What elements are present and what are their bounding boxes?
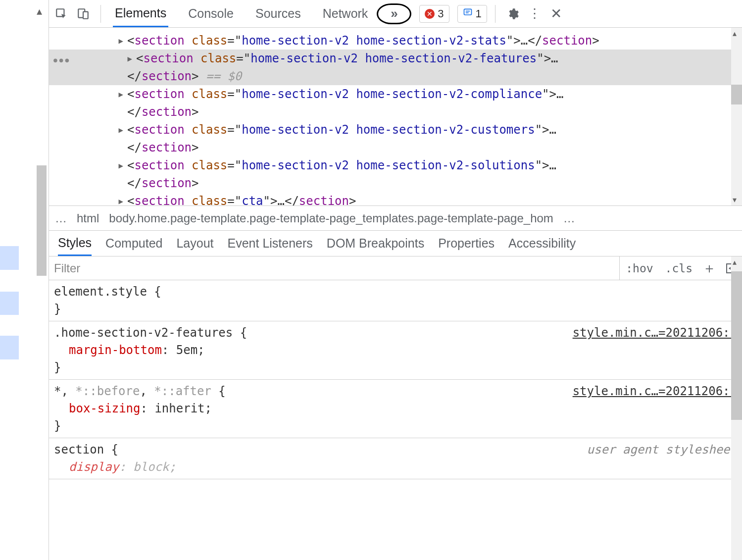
inspect-element-icon[interactable] — [52, 4, 71, 23]
breadcrumb-ellipsis[interactable]: … — [55, 211, 67, 225]
subtab-layout[interactable]: Layout — [176, 231, 213, 256]
dom-tree-line[interactable]: </section> == $0 — [49, 67, 742, 85]
cls-toggle[interactable]: .cls — [659, 256, 698, 280]
page-scrollbar-thumb[interactable] — [37, 165, 47, 276]
styles-rules-list: element.style {}.home-section-v2-feature… — [49, 280, 742, 479]
subtab-computed[interactable]: Computed — [105, 231, 162, 256]
breadcrumb-item[interactable]: html — [77, 211, 99, 225]
svg-rect-3 — [464, 9, 471, 15]
rule-origin-link[interactable]: style.min.c…=20211206:1 — [573, 383, 737, 400]
dom-tree-lines[interactable]: ▸<section class="home-section-v2 home-se… — [49, 28, 742, 206]
rule-origin-link[interactable]: style.min.c…=20211206:1 — [573, 324, 737, 342]
new-style-rule-button[interactable]: ＋ — [698, 256, 720, 280]
styles-panel: :hov .cls ＋ element.style {}.home-sectio… — [49, 256, 742, 560]
more-tabs-button[interactable]: » — [377, 3, 411, 24]
page-left-gutter: ▴ — [0, 0, 49, 560]
tab-elements[interactable]: Elements — [113, 0, 168, 27]
subtab-accessibility[interactable]: Accessibility — [508, 231, 576, 256]
svg-rect-2 — [83, 11, 88, 18]
styles-filter-input[interactable] — [49, 256, 620, 280]
devtools-panel: ElementsConsoleSourcesNetwork » ✕ 3 1 ⋮ … — [49, 0, 742, 560]
errors-count: 3 — [438, 7, 444, 20]
dom-tree-line[interactable]: ▸<section class="cta">…</section> — [49, 192, 742, 206]
hov-toggle[interactable]: :hov — [620, 256, 659, 280]
scroll-up-icon[interactable]: ▴ — [733, 257, 737, 267]
chevron-double-right-icon: » — [391, 6, 397, 21]
subtab-event-listeners[interactable]: Event Listeners — [228, 231, 313, 256]
selection-highlight — [0, 246, 19, 270]
styles-filter-bar: :hov .cls ＋ — [49, 256, 742, 280]
style-rule[interactable]: element.style {} — [49, 280, 742, 321]
dom-tree-line[interactable]: ▸<section class="home-section-v2 home-se… — [49, 121, 742, 139]
style-rule[interactable]: .home-section-v2-features {margin-bottom… — [49, 321, 742, 380]
dom-tree-line[interactable]: ▸<section class="home-section-v2 home-se… — [49, 156, 742, 174]
selected-line-actions-icon[interactable]: ••• — [53, 52, 70, 68]
scroll-up-caret-icon: ▴ — [37, 5, 42, 18]
dom-tree-line[interactable]: </section> — [49, 139, 742, 156]
toolbar-divider — [495, 5, 495, 23]
device-toggle-icon[interactable] — [74, 4, 93, 23]
devtools-tabs: ElementsConsoleSourcesNetwork — [113, 0, 370, 27]
style-rule[interactable]: section {display: block;user agent style… — [49, 438, 742, 479]
scroll-down-icon[interactable]: ▾ — [733, 195, 737, 204]
dom-scrollbar[interactable]: ▴ ▾ — [731, 28, 742, 205]
tab-sources[interactable]: Sources — [253, 0, 303, 27]
breadcrumb-ellipsis[interactable]: … — [563, 211, 575, 225]
dom-tree-line[interactable]: </section> — [49, 174, 742, 192]
styles-subtabs: StylesComputedLayoutEvent ListenersDOM B… — [49, 231, 742, 256]
messages-count: 1 — [476, 7, 482, 20]
close-devtools-icon[interactable]: ✕ — [547, 4, 566, 23]
dom-tree-area: ••• ▸<section class="home-section-v2 hom… — [49, 28, 742, 206]
selection-highlight — [0, 292, 19, 315]
subtab-dom-breakpoints[interactable]: DOM Breakpoints — [327, 231, 424, 256]
dom-tree-line[interactable]: ▸<section class="home-section-v2 home-se… — [49, 32, 742, 50]
scrollbar-thumb[interactable] — [731, 85, 742, 104]
selection-highlight — [0, 336, 19, 359]
style-rule[interactable]: *, *::before, *::after {box-sizing: inhe… — [49, 380, 742, 438]
error-icon: ✕ — [425, 9, 435, 19]
toolbar-divider — [100, 5, 101, 23]
settings-gear-icon[interactable] — [503, 4, 522, 23]
message-icon — [463, 7, 473, 20]
dom-tree-line[interactable]: ▸<section class="home-section-v2 home-se… — [49, 85, 742, 103]
errors-badge[interactable]: ✕ 3 — [419, 5, 449, 23]
scroll-up-icon[interactable]: ▴ — [733, 29, 737, 38]
subtab-properties[interactable]: Properties — [438, 231, 495, 256]
dom-tree-line[interactable]: ▸<section class="home-section-v2 home-se… — [49, 50, 742, 67]
tab-network[interactable]: Network — [321, 0, 370, 27]
tab-console[interactable]: Console — [186, 0, 236, 27]
styles-scrollbar[interactable]: ▴ — [731, 256, 742, 560]
rule-origin-link[interactable]: user agent stylesheet — [587, 441, 737, 458]
breadcrumb-item[interactable]: body.home.page-template.page-template-pa… — [109, 211, 553, 225]
scrollbar-thumb[interactable] — [731, 271, 742, 420]
dom-breadcrumb: … html body.home.page-template.page-temp… — [49, 206, 742, 231]
kebab-menu-icon[interactable]: ⋮ — [525, 4, 544, 23]
messages-badge[interactable]: 1 — [457, 5, 487, 23]
dom-tree-line[interactable]: </section> — [49, 103, 742, 121]
devtools-toolbar: ElementsConsoleSourcesNetwork » ✕ 3 1 ⋮ … — [49, 0, 742, 28]
subtab-styles[interactable]: Styles — [58, 231, 92, 256]
